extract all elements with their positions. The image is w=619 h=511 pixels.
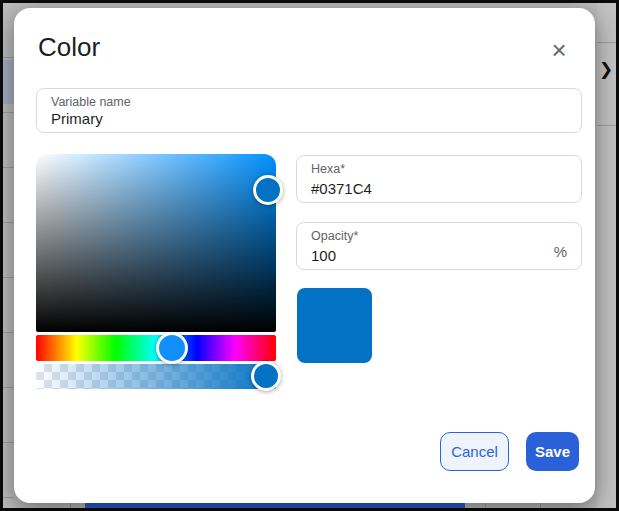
background-page: ❯ Color × Variable name Hexa* [3,3,616,508]
saturation-value-area[interactable] [36,154,276,332]
color-preview-swatch [297,288,372,363]
cancel-button[interactable]: Cancel [440,432,509,471]
saturation-handle[interactable] [253,175,283,205]
opacity-label: Opacity* [311,229,358,243]
opacity-slider[interactable] [36,364,276,389]
variable-name-field[interactable]: Variable name [36,88,582,133]
close-icon[interactable]: × [545,36,573,64]
variable-name-input[interactable] [51,110,567,127]
opacity-input[interactable] [311,247,567,264]
save-button[interactable]: Save [526,432,579,471]
hexa-input[interactable] [311,180,567,197]
variable-name-label: Variable name [51,95,131,109]
hue-handle[interactable] [156,332,188,364]
color-dialog: Color × Variable name Hexa* Opacity* [14,8,595,503]
hexa-field[interactable]: Hexa* [296,155,582,203]
opacity-field[interactable]: Opacity* % [296,222,582,270]
hue-slider[interactable] [36,335,276,361]
percent-suffix: % [554,243,567,260]
background-selected-row-fragment [3,60,14,104]
divider [597,42,616,43]
chevron-right-icon[interactable]: ❯ [598,60,614,80]
hexa-label: Hexa* [311,162,345,176]
screenshot-frame: ❯ Color × Variable name Hexa* [0,0,619,511]
divider [597,125,616,126]
opacity-handle[interactable] [251,361,281,391]
dialog-title: Color [38,32,100,63]
background-table-right-edge: ❯ [597,3,616,508]
